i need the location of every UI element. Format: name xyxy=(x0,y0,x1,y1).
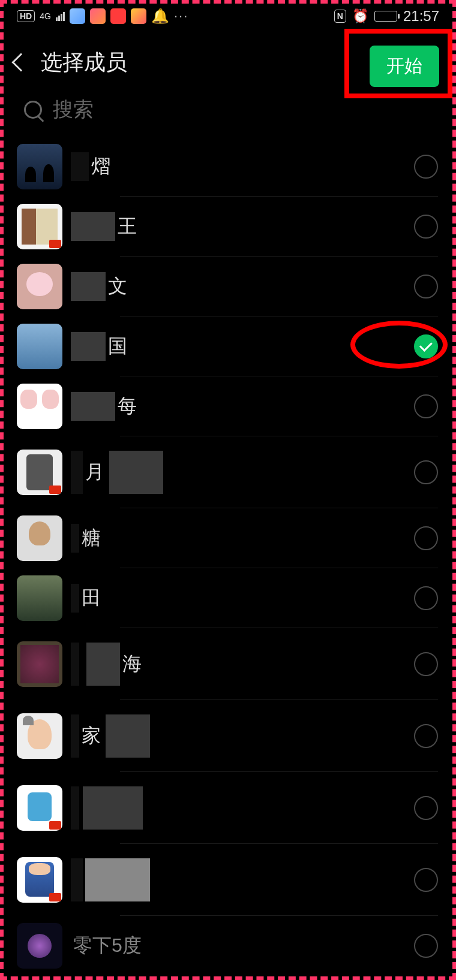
member-name xyxy=(71,785,414,831)
list-item[interactable]: 海 xyxy=(0,628,456,700)
select-circle[interactable] xyxy=(414,724,438,748)
list-item[interactable]: 田 xyxy=(0,568,456,628)
app-notification-icon-2 xyxy=(90,8,106,24)
avatar xyxy=(17,204,62,249)
signal-icon xyxy=(56,12,65,21)
status-right: N ⏰ 21:57 xyxy=(334,8,439,25)
search-row[interactable]: 搜索 xyxy=(0,92,456,137)
search-icon xyxy=(24,101,42,119)
select-circle[interactable] xyxy=(414,526,438,550)
list-item[interactable]: 国 xyxy=(0,316,456,376)
list-item[interactable]: 每 xyxy=(0,376,456,436)
avatar xyxy=(17,324,62,369)
list-item[interactable] xyxy=(0,772,456,844)
list-item[interactable]: 零下5度 xyxy=(0,916,456,976)
page-title: 选择成员 xyxy=(41,48,127,77)
avatar xyxy=(17,450,62,495)
member-name: 王 xyxy=(71,204,414,249)
list-item[interactable]: 糖 xyxy=(0,508,456,568)
select-circle[interactable] xyxy=(414,275,438,298)
select-circle[interactable] xyxy=(414,586,438,610)
select-circle[interactable] xyxy=(414,652,438,676)
avatar xyxy=(17,641,62,687)
avatar xyxy=(17,144,62,189)
member-name: 月 xyxy=(71,450,414,495)
select-circle[interactable] xyxy=(414,460,438,484)
app-notification-icon-4 xyxy=(131,8,146,24)
avatar xyxy=(17,575,62,621)
member-name: 熠 xyxy=(71,144,414,189)
member-name: 海 xyxy=(71,641,414,687)
network-4g: 4G xyxy=(40,13,51,20)
list-item[interactable] xyxy=(0,844,456,916)
app-notification-icon-3 xyxy=(110,8,126,24)
select-circle[interactable] xyxy=(414,155,438,179)
list-item[interactable]: 家 xyxy=(0,700,456,772)
bell-icon: 🔔 xyxy=(151,8,169,25)
avatar xyxy=(17,923,62,969)
nfc-icon: N xyxy=(334,10,346,23)
list-item[interactable]: 王 xyxy=(0,197,456,257)
avatar xyxy=(17,785,62,831)
avatar xyxy=(17,857,62,903)
battery-icon xyxy=(374,11,397,22)
alarm-icon: ⏰ xyxy=(352,8,368,24)
avatar xyxy=(17,515,62,561)
status-left: HD 4G 🔔 ··· xyxy=(17,8,188,25)
search-placeholder: 搜索 xyxy=(53,96,94,123)
list-item[interactable]: 文 xyxy=(0,257,456,316)
avatar xyxy=(17,384,62,429)
back-icon[interactable] xyxy=(11,53,30,71)
select-circle[interactable] xyxy=(414,934,438,958)
select-circle[interactable] xyxy=(414,394,438,418)
avatar xyxy=(17,264,62,309)
member-name: 田 xyxy=(71,575,414,621)
start-button[interactable]: 开始 xyxy=(370,46,439,87)
status-bar: HD 4G 🔔 ··· N ⏰ 21:57 xyxy=(0,0,456,32)
select-circle[interactable] xyxy=(414,215,438,239)
member-name: 糖 xyxy=(71,515,414,561)
nav-header: 选择成员 开始 xyxy=(0,32,456,92)
list-item[interactable]: 月 xyxy=(0,436,456,508)
list-item[interactable]: 熠 xyxy=(0,137,456,197)
app-notification-icon-1 xyxy=(70,8,85,24)
member-name: 零下5度 xyxy=(71,923,414,969)
select-circle[interactable] xyxy=(414,868,438,892)
hd-badge: HD xyxy=(17,10,35,22)
member-list[interactable]: 熠 王 文 国 每 xyxy=(0,137,456,976)
member-name: 文 xyxy=(71,264,414,309)
member-name xyxy=(71,857,414,903)
member-name: 国 xyxy=(71,324,414,369)
more-notifications-icon: ··· xyxy=(174,8,188,24)
avatar xyxy=(17,713,62,759)
select-circle[interactable] xyxy=(414,796,438,820)
member-name: 每 xyxy=(71,384,414,429)
select-circle-checked[interactable] xyxy=(414,334,438,358)
clock: 21:57 xyxy=(403,8,439,25)
member-name: 家 xyxy=(71,713,414,759)
